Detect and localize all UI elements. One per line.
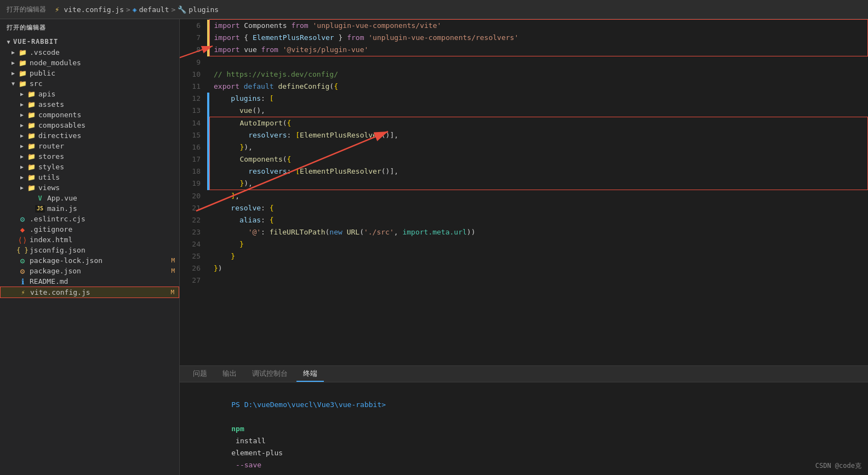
breadcrumb-file: vite.config.js bbox=[64, 5, 124, 14]
label-package-lock: package-lock.json bbox=[30, 256, 102, 265]
line-content-20: ], bbox=[209, 190, 868, 203]
code-line-13: 13 vue(), bbox=[180, 105, 868, 117]
code-line-10: 10 // https://vitejs.dev/config/ bbox=[180, 68, 868, 81]
tab-terminal[interactable]: 终端 bbox=[296, 367, 324, 382]
sidebar-item-index-html[interactable]: ▶ ⟨⟩ index.html bbox=[0, 234, 179, 245]
sidebar-item-composables[interactable]: ▶ 📁 composables bbox=[0, 120, 179, 130]
line-num-21: 21 bbox=[180, 202, 207, 214]
terminal-npm-1: npm bbox=[231, 425, 244, 433]
vue-icon-app: V bbox=[35, 194, 45, 202]
line-content-27 bbox=[209, 274, 868, 287]
breadcrumb-sep1: > bbox=[126, 5, 130, 14]
code-line-16: 16 }), bbox=[180, 141, 868, 153]
line-content-21: resolve: { bbox=[209, 202, 868, 214]
line-num-10: 10 bbox=[180, 68, 207, 81]
main-layout: 打开的编辑器 ▼ VUE-RABBIT ▶ 📁 .vscode ▶ 📁 node… bbox=[0, 19, 868, 475]
line-content-18: resolvers: [ElementPlusResolver()], bbox=[209, 165, 868, 178]
sidebar-item-src[interactable]: ▼ 📁 src bbox=[0, 78, 179, 89]
sidebar-item-readme[interactable]: ▶ ℹ README.md bbox=[0, 276, 179, 287]
arrow-src: ▼ bbox=[9, 81, 18, 87]
sidebar-item-node-modules[interactable]: ▶ 📁 node_modules bbox=[0, 58, 179, 68]
line-num-15: 15 bbox=[180, 129, 207, 141]
label-node-modules: node_modules bbox=[30, 59, 81, 67]
label-assets: assets bbox=[38, 100, 64, 108]
line-num-19: 19 bbox=[180, 178, 207, 190]
tab-output[interactable]: 输出 bbox=[216, 367, 243, 382]
arrow-router: ▶ bbox=[18, 143, 26, 149]
label-router: router bbox=[38, 142, 64, 150]
terminal-cmd-1 bbox=[231, 413, 236, 421]
arrow-apis: ▶ bbox=[18, 91, 26, 97]
code-view[interactable]: 6 import Components from 'unplugin-vue-c… bbox=[180, 19, 868, 287]
label-stores: stores bbox=[38, 152, 64, 161]
line-num-14: 14 bbox=[180, 117, 207, 130]
tab-problems[interactable]: 问题 bbox=[186, 367, 214, 382]
tab-debug-console[interactable]: 调试控制台 bbox=[245, 367, 294, 382]
terminal-content[interactable]: PS D:\vueDemo\vuecl\Vue3\vue-rabbit> npm… bbox=[180, 382, 868, 475]
sidebar-item-views[interactable]: ▶ 📁 views bbox=[0, 182, 179, 193]
sidebar-header-label: 打开的编辑器 bbox=[7, 5, 46, 14]
code-table: 6 import Components from 'unplugin-vue-c… bbox=[180, 19, 868, 287]
arrow-vscode: ▶ bbox=[9, 49, 18, 55]
vite-icon: ⚡ bbox=[18, 289, 28, 296]
sidebar-item-main-js[interactable]: ▶ JS main.js bbox=[0, 203, 179, 214]
sidebar-item-app-vue[interactable]: ▶ V App.vue bbox=[0, 193, 179, 203]
sidebar-item-package-lock[interactable]: ▶ ⚙ package-lock.json M bbox=[0, 255, 179, 266]
line-num-22: 22 bbox=[180, 214, 207, 226]
sidebar-item-directives[interactable]: ▶ 📁 directives bbox=[0, 130, 179, 141]
line-num-12: 12 bbox=[180, 93, 207, 105]
sidebar-item-components[interactable]: ▶ 📁 components bbox=[0, 110, 179, 120]
line-num-18: 18 bbox=[180, 165, 207, 178]
line-content-26: }) bbox=[209, 262, 868, 274]
folder-icon-assets: 📁 bbox=[26, 101, 36, 108]
code-line-12: 12 plugins: [ bbox=[180, 93, 868, 105]
sidebar-item-package-json[interactable]: ▶ ⚙ package.json M bbox=[0, 266, 179, 276]
pkg-icon: ⚙ bbox=[18, 267, 27, 275]
label-styles: styles bbox=[38, 163, 64, 171]
line-num-8: 8 bbox=[180, 44, 207, 56]
code-line-22: 22 alias: { bbox=[180, 214, 868, 226]
sidebar-item-gitignore[interactable]: ▶ ◆ .gitignore bbox=[0, 224, 179, 234]
folder-icon-public: 📁 bbox=[18, 70, 27, 77]
sidebar-item-eslintrc[interactable]: ▶ ⚙ .eslintrc.cjs bbox=[0, 214, 179, 224]
line-content-19: }), bbox=[209, 178, 868, 190]
folder-icon-composables: 📁 bbox=[26, 122, 36, 129]
line-content-11: export default defineConfig({ bbox=[209, 81, 868, 93]
eslint-icon: ⚙ bbox=[18, 215, 27, 223]
sidebar-item-styles[interactable]: ▶ 📁 styles bbox=[0, 162, 179, 172]
arrow-directives: ▶ bbox=[18, 133, 26, 139]
code-line-20: 20 ], bbox=[180, 190, 868, 203]
project-label: VUE-RABBIT bbox=[13, 38, 58, 45]
sidebar-item-utils[interactable]: ▶ 📁 utils bbox=[0, 172, 179, 182]
git-icon: ◆ bbox=[18, 226, 27, 233]
sidebar-item-vscode[interactable]: ▶ 📁 .vscode bbox=[0, 47, 179, 58]
line-num-7: 7 bbox=[180, 32, 207, 44]
sidebar-item-jsconfig[interactable]: ▶ { } jsconfig.json bbox=[0, 245, 179, 255]
arrow-composables: ▶ bbox=[18, 122, 26, 128]
top-bar: 打开的编辑器 ⚡ vite.config.js > ◈ default > 🔧 … bbox=[0, 0, 868, 19]
code-line-11: 11 export default defineConfig({ bbox=[180, 81, 868, 93]
sidebar-item-vite-config[interactable]: ▶ ⚡ vite.config.js M bbox=[0, 287, 179, 298]
html-icon: ⟨⟩ bbox=[18, 236, 27, 244]
sidebar-item-apis[interactable]: ▶ 📁 apis bbox=[0, 89, 179, 99]
arrow-assets: ▶ bbox=[18, 101, 26, 107]
line-num-25: 25 bbox=[180, 250, 207, 262]
sidebar-item-router[interactable]: ▶ 📁 router bbox=[0, 141, 179, 151]
label-public: public bbox=[30, 69, 55, 77]
arrow-utils: ▶ bbox=[18, 174, 26, 180]
sidebar-item-stores[interactable]: ▶ 📁 stores bbox=[0, 151, 179, 162]
code-line-6: 6 import Components from 'unplugin-vue-c… bbox=[180, 20, 868, 32]
label-vscode: .vscode bbox=[30, 48, 60, 56]
sidebar-project[interactable]: ▼ VUE-RABBIT bbox=[0, 36, 179, 47]
sidebar-item-assets[interactable]: ▶ 📁 assets bbox=[0, 99, 179, 110]
sidebar-item-public[interactable]: ▶ 📁 public bbox=[0, 68, 179, 78]
terminal-cmd-1b: install bbox=[231, 437, 270, 445]
lock-icon: ⚙ bbox=[18, 257, 27, 265]
badge-package-lock: M bbox=[171, 257, 175, 264]
arrow-views: ▶ bbox=[18, 185, 26, 191]
breadcrumb-icon3: 🔧 bbox=[178, 5, 186, 14]
code-line-25: 25 } bbox=[180, 250, 868, 262]
line-content-25: } bbox=[209, 250, 868, 262]
code-line-14: 14 bbox=[180, 117, 868, 130]
breadcrumb-plugins: plugins bbox=[189, 5, 219, 14]
